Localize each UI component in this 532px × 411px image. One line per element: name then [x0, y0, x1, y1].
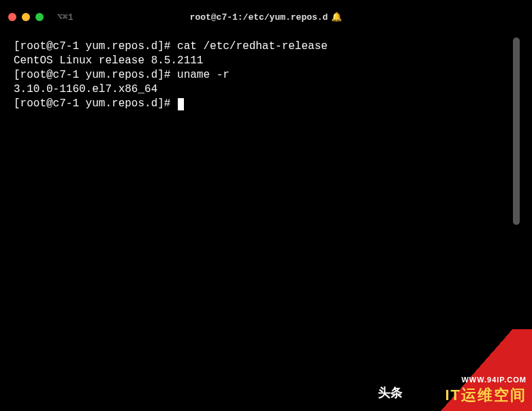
- terminal-line: 3.10.0-1160.el7.x86_64: [14, 82, 529, 97]
- terminal-prompt-line: [root@c7-1 yum.repos.d]#: [14, 97, 529, 111]
- terminal-line: [root@c7-1 yum.repos.d]# cat /etc/redhat…: [14, 40, 529, 54]
- terminal-line: CentOS Linux release 8.5.2111: [14, 54, 529, 68]
- watermark-text: WWW.94IP.COM IT运维空间: [445, 376, 527, 406]
- scrollbar[interactable]: [513, 37, 520, 225]
- maximize-window-button[interactable]: [35, 13, 44, 21]
- cursor-icon: [178, 98, 184, 110]
- traffic-lights: [8, 13, 44, 21]
- shortcut-hint: ⌥⌘1: [57, 12, 73, 22]
- window-title: root@c7-1:/etc/yum.repos.d 🔔: [190, 12, 343, 22]
- close-window-button[interactable]: [8, 13, 16, 21]
- watermark-url: WWW.94IP.COM: [445, 376, 527, 384]
- title-bar: ⌥⌘1 root@c7-1:/etc/yum.repos.d 🔔: [0, 0, 532, 34]
- window-title-text: root@c7-1:/etc/yum.repos.d: [190, 12, 328, 22]
- watermark: 头条 WWW.94IP.COM IT运维空间: [369, 329, 532, 411]
- terminal-prompt: [root@c7-1 yum.repos.d]#: [14, 97, 177, 111]
- minimize-window-button[interactable]: [22, 13, 30, 21]
- watermark-side-text: 头条: [378, 384, 403, 401]
- watermark-main: IT运维空间: [445, 385, 527, 406]
- bell-icon: 🔔: [331, 12, 342, 22]
- terminal-line: [root@c7-1 yum.repos.d]# uname -r: [14, 68, 529, 82]
